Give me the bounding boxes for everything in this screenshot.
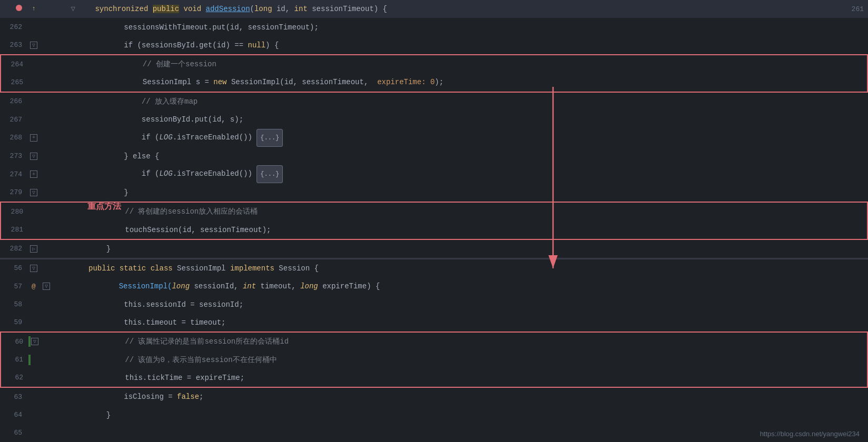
at-symbol-57: @ — [27, 283, 40, 290]
gutter-274: + — [27, 170, 40, 178]
code-line-65: 65 — [0, 424, 868, 442]
fold-icon-56[interactable]: ▽ — [30, 265, 37, 272]
line-number-57: 57 — [0, 283, 27, 290]
line-number-267: 267 — [0, 116, 27, 124]
line-number — [0, 5, 27, 13]
breakpoint-icon[interactable] — [16, 5, 22, 11]
fold-icon-282[interactable]: ▷ — [30, 245, 37, 253]
fold-icon-60[interactable]: ▽ — [31, 338, 38, 345]
line-number-280: 280 — [1, 208, 28, 216]
line-number-282: 282 — [0, 245, 27, 253]
annotation-label-key-method: 重点方法 — [87, 201, 121, 212]
code-editor: ↑ ▽ synchronized public void addSession(… — [0, 0, 868, 442]
line-number-62: 62 — [1, 374, 28, 381]
gutter-263: ▽ — [27, 42, 40, 49]
line-number-59: 59 — [0, 318, 27, 326]
fold-icon-279[interactable]: ▽ — [30, 189, 37, 196]
gutter-282: ▷ — [27, 245, 40, 253]
line-number-274: 274 — [0, 170, 27, 178]
line-number-279: 279 — [0, 188, 27, 196]
line-number-58: 58 — [0, 300, 27, 308]
line-number-65: 65 — [0, 429, 27, 437]
watermark: https://blog.csdn.net/yangwei234 — [760, 430, 860, 438]
gutter-60: ▽ — [28, 338, 41, 345]
gutter-279: ▽ — [27, 189, 40, 196]
fold-icon-268[interactable]: + — [30, 134, 37, 142]
line-number-56: 56 — [0, 264, 27, 272]
gutter-273: ▽ — [27, 153, 40, 160]
line-number-64: 64 — [0, 411, 27, 419]
line-number-263: 263 — [0, 41, 27, 49]
line-number-60: 60 — [1, 338, 28, 346]
gutter-56: ▽ — [27, 265, 40, 272]
line-content-65 — [40, 408, 868, 442]
arrow-icon: ↑ — [32, 5, 35, 13]
line-number-61: 61 — [1, 356, 28, 364]
line-number-265: 265 — [1, 78, 28, 86]
fold-icon-263[interactable]: ▽ — [30, 42, 37, 49]
line-number-262: 262 — [0, 23, 27, 31]
fold-icon-274[interactable]: + — [30, 170, 37, 178]
green-mark-60 — [28, 336, 31, 347]
line-number-281: 281 — [1, 226, 28, 234]
line-number-266: 266 — [0, 97, 27, 105]
line-number-268: 268 — [0, 134, 27, 142]
green-mark-61 — [28, 355, 31, 365]
line-number-63: 63 — [0, 393, 27, 401]
line-number-273: 273 — [0, 152, 27, 160]
gutter-268: + — [27, 134, 40, 142]
gutter-261: ↑ — [27, 5, 40, 13]
line-number-264: 264 — [1, 61, 28, 68]
fold-icon-273[interactable]: ▽ — [30, 153, 37, 160]
